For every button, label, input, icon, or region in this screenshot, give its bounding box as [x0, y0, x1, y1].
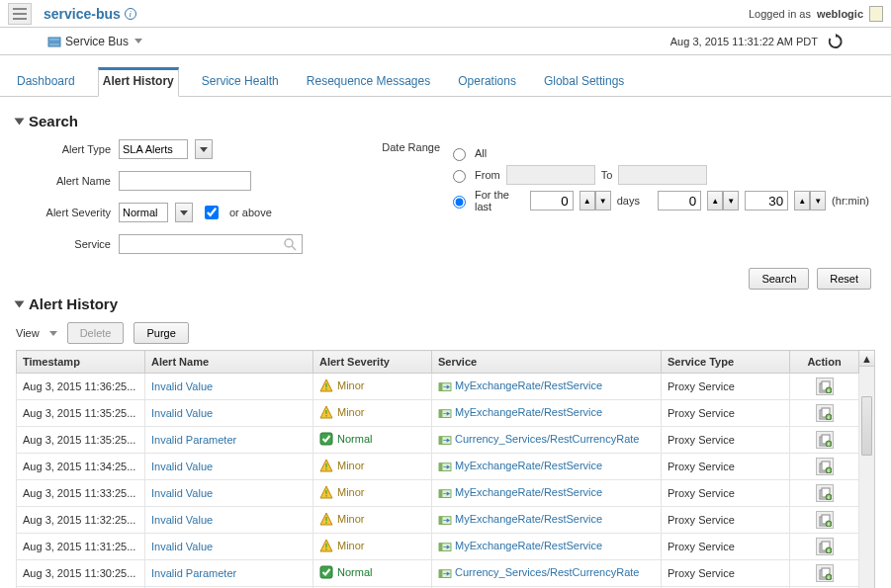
disclosure-search-icon[interactable] [15, 118, 25, 125]
service-link[interactable]: Currency_Services/RestCurrencyRate [455, 566, 639, 578]
service-icon [438, 381, 452, 393]
alert-name-input[interactable] [119, 171, 251, 191]
alert-severity-select[interactable] [119, 203, 168, 222]
action-icon [818, 486, 832, 500]
column-header[interactable]: Alert Severity [313, 351, 432, 374]
days-up[interactable]: ▲ [579, 191, 595, 210]
service-link[interactable]: MyExchangeRate/RestService [455, 486, 602, 498]
days-down[interactable]: ▼ [595, 191, 611, 210]
alert-severity-label: Alert Severity [22, 207, 111, 218]
days-input[interactable] [530, 191, 574, 210]
purge-button[interactable]: Purge [134, 322, 188, 344]
service-link[interactable]: MyExchangeRate/RestService [455, 460, 602, 471]
alert-type-select[interactable] [119, 139, 188, 159]
column-header[interactable]: Action [790, 351, 859, 374]
cell-service-type: Proxy Service [662, 480, 790, 507]
search-icon[interactable] [283, 237, 297, 251]
refresh-icon[interactable] [828, 34, 844, 49]
tab-service-health[interactable]: Service Health [197, 67, 284, 96]
alert-name-label: Alert Name [22, 175, 111, 187]
breadcrumb[interactable]: Service Bus [65, 35, 129, 48]
service-link[interactable]: MyExchangeRate/RestService [455, 406, 602, 418]
action-button[interactable] [816, 404, 834, 422]
alert-name-link[interactable]: Invalid Parameter [151, 434, 236, 446]
action-button[interactable] [816, 378, 834, 395]
tab-global-settings[interactable]: Global Settings [539, 67, 629, 96]
column-header[interactable]: Service [432, 351, 662, 374]
minutes-up[interactable]: ▲ [794, 191, 810, 210]
date-range-all-radio[interactable] [453, 148, 466, 161]
table-row: Aug 3, 2015 11:36:25...Invalid ValueMino… [17, 374, 859, 400]
reset-button[interactable]: Reset [817, 268, 871, 290]
cell-service-type: Proxy Service [662, 427, 790, 454]
search-button[interactable]: Search [749, 268, 809, 290]
scroll-thumb[interactable] [861, 396, 872, 456]
server-time: Aug 3, 2015 11:31:22 AM PDT [670, 36, 818, 47]
table-row: Aug 3, 2015 11:35:25...Invalid Parameter… [17, 427, 859, 454]
alert-name-link[interactable]: Invalid Value [151, 380, 213, 392]
date-range-from-label: From [475, 169, 500, 181]
breadcrumb-dropdown-icon[interactable] [134, 39, 142, 43]
alert-type-dropdown-icon[interactable] [195, 139, 213, 159]
tab-resequence-messages[interactable]: Resequence Messages [302, 67, 435, 96]
service-icon [438, 488, 452, 500]
action-icon [818, 433, 832, 447]
column-header[interactable]: Timestamp [17, 351, 145, 374]
action-button[interactable] [816, 564, 834, 582]
table-row: Aug 3, 2015 11:33:25...Invalid ValueMino… [17, 480, 859, 507]
cell-service-type: Proxy Service [662, 534, 790, 560]
service-link[interactable]: Currency_Services/RestCurrencyRate [455, 433, 639, 445]
tab-operations[interactable]: Operations [453, 67, 521, 96]
severity-icon [319, 378, 333, 392]
service-input[interactable] [119, 234, 303, 254]
action-button[interactable] [816, 431, 834, 449]
date-range-from-radio[interactable] [453, 170, 466, 183]
action-button[interactable] [816, 458, 834, 475]
severity-icon [319, 405, 333, 419]
or-above-checkbox[interactable] [205, 206, 219, 219]
column-header[interactable]: Service Type [662, 351, 790, 374]
date-range-last-radio[interactable] [453, 196, 466, 209]
action-button[interactable] [816, 484, 834, 502]
alert-name-link[interactable]: Invalid Value [151, 487, 213, 499]
severity-icon [319, 432, 333, 446]
service-link[interactable]: MyExchangeRate/RestService [455, 540, 602, 551]
disclosure-history-icon[interactable] [15, 300, 25, 307]
action-button[interactable] [816, 538, 834, 555]
info-icon[interactable]: i [125, 8, 136, 20]
minutes-down[interactable]: ▼ [810, 191, 826, 210]
logged-in-label: Logged in as [749, 8, 811, 20]
minutes-input[interactable] [745, 191, 788, 210]
cell-service-type: Proxy Service [662, 400, 790, 427]
alert-name-link[interactable]: Invalid Value [151, 514, 213, 526]
date-range-label: Date Range [362, 141, 440, 153]
cell-service-type: Proxy Service [662, 507, 790, 534]
hours-down[interactable]: ▼ [723, 191, 739, 210]
tab-dashboard[interactable]: Dashboard [12, 67, 80, 96]
severity-icon [319, 565, 333, 579]
action-icon [818, 513, 832, 527]
alert-name-link[interactable]: Invalid Value [151, 461, 213, 472]
table-row: Aug 3, 2015 11:34:25...Invalid ValueMino… [17, 454, 859, 480]
alert-type-label: Alert Type [22, 143, 111, 155]
service-bus-icon [47, 35, 61, 48]
action-icon [818, 406, 832, 420]
alert-name-link[interactable]: Invalid Value [151, 541, 213, 552]
menu-toggle[interactable] [8, 3, 32, 25]
hours-up[interactable]: ▲ [707, 191, 723, 210]
service-icon [438, 568, 452, 580]
alert-severity-dropdown-icon[interactable] [175, 203, 193, 222]
severity-cell: Minor [319, 539, 365, 552]
scroll-up-icon[interactable]: ▲ [859, 351, 874, 367]
alert-name-link[interactable]: Invalid Parameter [151, 567, 236, 579]
scrollbar[interactable]: ▲ ▼ [859, 350, 875, 588]
tab-alert-history[interactable]: Alert History [98, 67, 179, 97]
notes-icon[interactable] [869, 6, 883, 22]
hours-input[interactable] [658, 191, 701, 210]
service-link[interactable]: MyExchangeRate/RestService [455, 513, 602, 525]
action-button[interactable] [816, 511, 834, 529]
column-header[interactable]: Alert Name [145, 351, 313, 374]
alert-name-link[interactable]: Invalid Value [151, 407, 213, 419]
service-link[interactable]: MyExchangeRate/RestService [455, 379, 602, 391]
view-menu[interactable]: View [16, 327, 57, 339]
